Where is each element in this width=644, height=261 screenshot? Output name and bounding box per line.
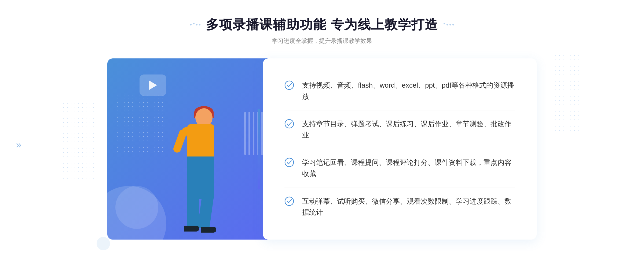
blue-bar-decoration bbox=[258, 109, 260, 189]
feature-item: 学习笔记回看、课程提问、课程评论打分、课件资料下载，重点内容收藏 bbox=[284, 149, 515, 188]
check-icon-2 bbox=[284, 119, 294, 129]
person-shoe-left bbox=[184, 226, 199, 232]
illus-dots bbox=[115, 93, 164, 152]
svg-point-2 bbox=[285, 158, 294, 167]
play-bubble bbox=[140, 74, 166, 96]
page-wrapper: » 多项录播课辅助功能 专为线上教学打造 学习进度全掌握，提升录播课教学效果 bbox=[0, 0, 644, 261]
feature-item: 支持视频、音频、flash、word、excel、ppt、pdf等各种格式的资源… bbox=[284, 72, 515, 110]
check-icon-4 bbox=[284, 196, 294, 206]
title-section: 多项录播课辅助功能 专为线上教学打造 学习进度全掌握，提升录播课教学效果 bbox=[190, 16, 454, 45]
chevron-decoration: » bbox=[16, 139, 21, 151]
svg-point-1 bbox=[285, 120, 294, 128]
title-decoration-left bbox=[190, 24, 200, 25]
feature-item: 支持章节目录、弹题考试、课后练习、课后作业、章节测验、批改作业 bbox=[284, 110, 515, 149]
content-area: « bbox=[107, 58, 537, 240]
dots-decoration-right bbox=[550, 54, 582, 134]
check-icon-1 bbox=[284, 80, 294, 90]
dots-decoration-left bbox=[62, 102, 94, 182]
person-body bbox=[187, 124, 214, 159]
illus-circle-medium bbox=[115, 186, 158, 229]
play-triangle-icon bbox=[149, 80, 157, 90]
person-pants bbox=[187, 156, 214, 199]
feature-text-3: 学习笔记回看、课程提问、课程评论打分、课件资料下载，重点内容收藏 bbox=[302, 157, 515, 179]
feature-text-1: 支持视频、音频、flash、word、excel、ppt、pdf等各种格式的资源… bbox=[302, 80, 515, 102]
person-arm-left bbox=[172, 128, 188, 154]
features-card: 支持视频、音频、flash、word、excel、ppt、pdf等各种格式的资源… bbox=[263, 58, 537, 240]
title-row: 多项录播课辅助功能 专为线上教学打造 bbox=[190, 16, 454, 33]
svg-point-0 bbox=[285, 81, 294, 90]
feature-text-4: 互动弹幕、试听购买、微信分享、观看次数限制、学习进度跟踪、数据统计 bbox=[302, 196, 515, 218]
feature-text-2: 支持章节目录、弹题考试、课后练习、课后作业、章节测验、批改作业 bbox=[302, 118, 515, 141]
title-decoration-right bbox=[444, 24, 454, 25]
illus-stripes bbox=[244, 112, 266, 155]
subtitle: 学习进度全掌握，提升录播课教学效果 bbox=[272, 37, 372, 45]
svg-point-3 bbox=[285, 197, 294, 206]
check-icon-3 bbox=[284, 158, 294, 167]
person-leg-left bbox=[187, 194, 199, 229]
main-title: 多项录播课辅助功能 专为线上教学打造 bbox=[206, 16, 438, 33]
person-figure bbox=[160, 100, 236, 240]
person-shoe-right bbox=[201, 227, 216, 233]
illustration-card: « bbox=[107, 58, 274, 240]
feature-item: 互动弹幕、试听购买、微信分享、观看次数限制、学习进度跟踪、数据统计 bbox=[284, 188, 515, 226]
